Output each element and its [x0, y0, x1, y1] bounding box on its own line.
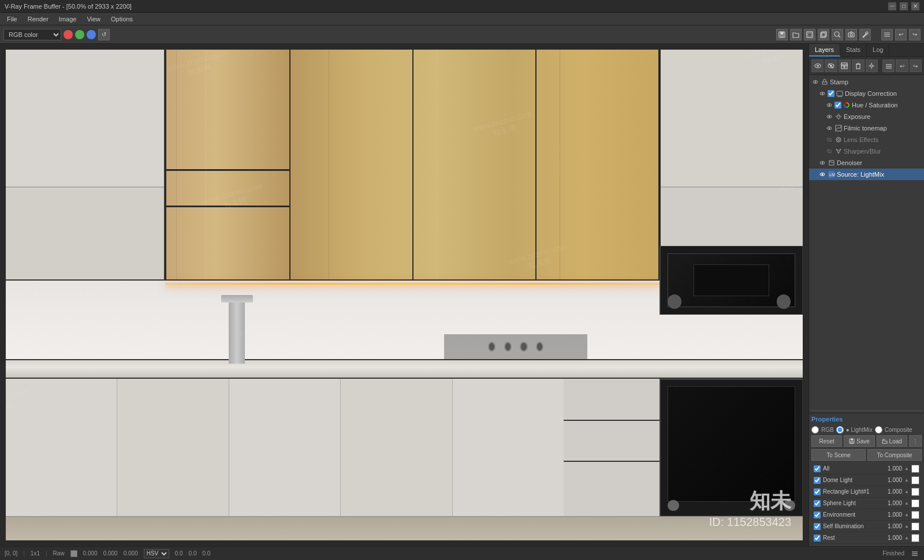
- list-button[interactable]: [881, 29, 893, 40]
- hue-icon: [843, 101, 851, 109]
- light-name-self: Self Illumination: [823, 523, 880, 529]
- color-picker-button[interactable]: [859, 29, 871, 40]
- layer-eye-lightmix[interactable]: [818, 170, 826, 178]
- radio-composite[interactable]: [875, 426, 882, 434]
- light-color-self[interactable]: [911, 522, 919, 531]
- color-space-select[interactable]: HSV RGB: [144, 549, 169, 558]
- panel-undo-button[interactable]: ↩: [896, 59, 908, 72]
- tab-stats[interactable]: Stats: [840, 44, 867, 57]
- status-menu-button[interactable]: [910, 549, 919, 558]
- layer-item-display-correction[interactable]: Display Correction: [809, 88, 924, 99]
- reset-button[interactable]: Reset: [811, 435, 842, 447]
- panel-eye-off-button[interactable]: [825, 59, 837, 72]
- layer-name-denoiser: Denoiser: [837, 159, 922, 166]
- radio-lightmix[interactable]: [836, 426, 844, 434]
- reset-toolbar-button[interactable]: ↺: [98, 29, 110, 40]
- layer-eye-exposure[interactable]: [825, 113, 833, 121]
- layer-list: Stamp: [809, 75, 924, 409]
- panel-eye-button[interactable]: [811, 59, 824, 72]
- menu-options[interactable]: Options: [106, 14, 137, 24]
- redo-button[interactable]: ↪: [909, 29, 921, 40]
- layer-eye-sharpen[interactable]: [825, 147, 833, 155]
- channel-select[interactable]: RGB color Alpha Diffuse: [3, 29, 61, 40]
- light-check-env[interactable]: [814, 512, 821, 518]
- layer-item-exposure[interactable]: Exposure: [809, 111, 924, 122]
- undo-button[interactable]: ↩: [895, 29, 907, 40]
- menu-file[interactable]: File: [2, 14, 22, 24]
- layer-item-stamp[interactable]: Stamp: [809, 76, 924, 88]
- render-region-button[interactable]: [804, 29, 815, 40]
- radio-rgb[interactable]: [811, 426, 819, 434]
- layer-eye-lens[interactable]: [825, 136, 833, 144]
- light-arrow-rest[interactable]: ▲: [904, 535, 909, 540]
- tab-layers[interactable]: Layers: [809, 44, 840, 57]
- load-button[interactable]: Load: [877, 435, 907, 447]
- minimize-button[interactable]: ─: [888, 2, 896, 10]
- menu-view[interactable]: View: [82, 14, 105, 24]
- light-check-rest[interactable]: [814, 535, 821, 542]
- layer-item-filmic[interactable]: Filmic tonemap: [809, 122, 924, 134]
- layer-eye-filmic[interactable]: [825, 124, 833, 132]
- layer-eye-denoiser[interactable]: [818, 159, 826, 167]
- svg-point-35: [815, 81, 817, 83]
- layer-item-lens[interactable]: Lens Effects: [809, 134, 924, 145]
- maximize-button[interactable]: □: [900, 2, 908, 10]
- layer-item-sharpen[interactable]: Sharpen/Blur: [809, 145, 924, 157]
- light-check-dome[interactable]: [814, 477, 821, 484]
- layer-eye-hue[interactable]: [825, 101, 833, 109]
- lens-button[interactable]: [832, 29, 843, 40]
- light-item-rect: Rectangle Light#1 1.000 ▲: [811, 486, 922, 498]
- light-arrow-dome[interactable]: ▲: [904, 477, 909, 483]
- display-correction-checkbox[interactable]: [828, 90, 834, 97]
- camera-button[interactable]: [845, 29, 857, 40]
- panel-add-layer-button[interactable]: [839, 59, 851, 72]
- red-channel-button[interactable]: [64, 30, 73, 39]
- close-button[interactable]: ✕: [911, 2, 919, 10]
- svg-text:LM: LM: [829, 173, 835, 177]
- clone-button[interactable]: [818, 29, 829, 40]
- kitchen-render: www.znzmo.com知未网 www.znzmo.com知未网 www.zn…: [6, 50, 803, 540]
- light-color-dome[interactable]: [911, 476, 919, 484]
- menu-render[interactable]: Render: [23, 14, 53, 24]
- label-rgb: RGB: [821, 427, 834, 433]
- layer-item-denoiser[interactable]: Denoiser: [809, 157, 924, 169]
- hue-saturation-checkbox[interactable]: [834, 102, 841, 109]
- viewport[interactable]: www.znzmo.com知未网 www.znzmo.com知未网 www.zn…: [0, 44, 808, 546]
- green-channel-button[interactable]: [75, 30, 84, 39]
- light-arrow-all[interactable]: ▲: [904, 466, 909, 471]
- color-g: 0.000: [103, 550, 118, 557]
- menu-image[interactable]: Image: [54, 14, 81, 24]
- light-color-env[interactable]: [911, 511, 919, 519]
- light-check-all[interactable]: [814, 465, 821, 472]
- save-button[interactable]: Save: [844, 435, 874, 447]
- blue-channel-button[interactable]: [87, 30, 96, 39]
- panel-remove-layer-button[interactable]: [852, 59, 864, 72]
- open-button[interactable]: [790, 29, 802, 40]
- panel-move-button[interactable]: [882, 59, 895, 72]
- to-composite-button[interactable]: To Composite: [867, 449, 922, 461]
- light-arrow-self[interactable]: ▲: [904, 524, 909, 529]
- light-arrow-sphere[interactable]: ▲: [904, 501, 909, 506]
- coords-display: [0, 0]: [5, 550, 17, 557]
- tab-log[interactable]: Log: [867, 44, 889, 57]
- light-check-self[interactable]: [814, 523, 821, 530]
- light-color-all[interactable]: [911, 465, 919, 473]
- light-arrow-env[interactable]: ▲: [904, 512, 909, 517]
- light-color-sphere[interactable]: [911, 499, 919, 507]
- extra-options-button[interactable]: ⋮: [909, 435, 922, 447]
- light-arrow-rect[interactable]: ▲: [904, 489, 909, 494]
- light-check-sphere[interactable]: [814, 500, 821, 507]
- svg-rect-5: [821, 33, 825, 38]
- save-image-button[interactable]: [776, 29, 788, 40]
- layer-item-hue[interactable]: Hue / Saturation: [809, 99, 924, 111]
- light-color-rest[interactable]: [911, 534, 919, 542]
- layer-eye-display[interactable]: [818, 89, 826, 98]
- layer-eye-stamp[interactable]: [811, 78, 819, 86]
- layer-item-lightmix[interactable]: LM Source: LightMix: [809, 169, 924, 180]
- light-color-rect[interactable]: [911, 488, 919, 496]
- to-scene-button[interactable]: To Scene: [811, 449, 866, 461]
- light-item-rest: Rest 1.000 ▲: [811, 532, 922, 544]
- panel-settings-button[interactable]: [866, 59, 878, 72]
- panel-redo-button[interactable]: ↪: [910, 59, 922, 72]
- light-check-rect[interactable]: [814, 488, 821, 495]
